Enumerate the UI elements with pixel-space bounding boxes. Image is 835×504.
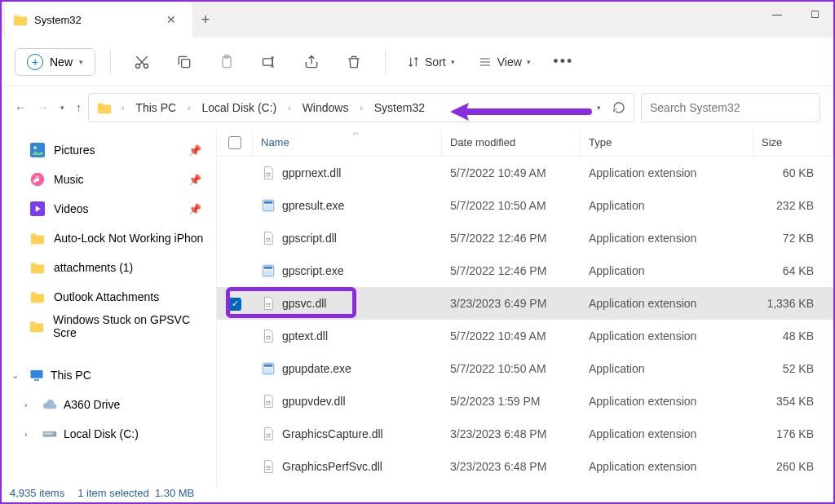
file-icon [261, 166, 276, 180]
sidebar-quick-item[interactable]: Music 📌 [2, 165, 216, 194]
plus-icon: + [27, 54, 43, 70]
table-row[interactable]: gpupvdev.dll 5/2/2023 1:59 PM Applicatio… [217, 385, 833, 418]
svg-point-0 [136, 64, 140, 68]
search-input[interactable]: Search System32 [641, 93, 820, 122]
sidebar-item-local-disk[interactable]: › Local Disk (C:) [2, 419, 216, 449]
file-name: gpsvc.dll [282, 297, 326, 310]
svg-rect-24 [264, 270, 273, 276]
delete-button[interactable] [338, 46, 370, 78]
chevron-down-icon: ▾ [79, 58, 83, 66]
file-name: GraphicsCapture.dll [282, 427, 383, 440]
svg-point-7 [33, 146, 37, 149]
minimize-button[interactable]: — [758, 2, 796, 28]
file-size: 176 KB [753, 427, 833, 440]
table-row[interactable]: gpresult.exe 5/7/2022 10:50 AM Applicati… [217, 189, 833, 222]
sidebar-item-label: Windows Stuck on GPSVC Scre [53, 313, 208, 339]
up-button[interactable]: ↑ [76, 101, 82, 114]
paste-button[interactable] [210, 46, 243, 78]
view-button[interactable]: View ▾ [471, 55, 537, 69]
maximize-button[interactable]: ☐ [796, 2, 833, 28]
copy-button[interactable] [168, 46, 201, 78]
table-row[interactable]: gpscript.dll 5/7/2022 12:46 PM Applicati… [217, 222, 833, 254]
titlebar: System32 ✕ + — ☐ ✕ [2, 2, 833, 38]
svg-point-28 [268, 336, 270, 338]
nav-row: ← → ▾ ↑ › This PC › Local Disk (C:) › Wi… [2, 86, 833, 129]
file-date: 5/7/2022 10:49 AM [442, 166, 581, 179]
file-date: 5/7/2022 10:50 AM [442, 199, 581, 212]
chevron-right-icon: › [24, 429, 36, 439]
file-type: Application [581, 199, 753, 212]
table-row[interactable]: gpprnext.dll 5/7/2022 10:49 AM Applicati… [217, 157, 833, 189]
file-icon [261, 394, 276, 409]
table-row[interactable]: gpscript.exe 5/7/2022 12:46 PM Applicati… [217, 254, 833, 287]
file-name: gpscript.exe [282, 264, 343, 277]
table-row[interactable]: ✓ gpsvc.dll 3/23/2023 6:49 PM Applicatio… [217, 287, 833, 320]
sidebar-item-label: Outlook Attachments [54, 290, 159, 303]
new-tab-button[interactable]: + [192, 11, 219, 29]
file-date: 3/23/2023 6:48 PM [442, 427, 581, 440]
svg-rect-13 [44, 433, 53, 435]
sidebar-quick-item[interactable]: attachments (1) [2, 253, 216, 282]
column-type[interactable]: Type [581, 129, 753, 156]
folder-icon [29, 259, 46, 276]
sort-button[interactable]: Sort ▾ [400, 55, 462, 69]
table-row[interactable]: GraphicsCapture.dll 3/23/2023 6:48 PM Ap… [217, 418, 833, 450]
breadcrumb[interactable]: Windows [301, 101, 351, 114]
svg-rect-6 [30, 143, 45, 157]
file-size: 1,336 KB [753, 297, 833, 310]
sidebar-quick-item[interactable]: Auto-Lock Not Working iPhon [2, 223, 216, 253]
breadcrumb[interactable]: This PC [134, 101, 178, 114]
forward-button[interactable]: → [38, 101, 49, 114]
sidebar-item-this-pc[interactable]: ⌄ This PC [2, 360, 216, 390]
breadcrumb[interactable]: System32 [373, 101, 426, 114]
sidebar-quick-item[interactable]: Pictures 📌 [2, 135, 216, 165]
file-list: Name︿ Date modified Type Size gpprnext.d… [217, 129, 833, 488]
sidebar-quick-item[interactable]: Videos 📌 [2, 194, 216, 223]
column-name[interactable]: Name︿ [253, 129, 442, 156]
file-icon [261, 198, 276, 213]
column-size[interactable]: Size [753, 129, 833, 156]
chevron-right-icon: › [183, 104, 195, 113]
file-name: gpupvdev.dll [282, 395, 346, 408]
more-button[interactable]: ••• [547, 46, 580, 78]
recent-button[interactable]: ▾ [60, 104, 64, 112]
sidebar-quick-item[interactable]: Outlook Attachments [2, 282, 216, 312]
cut-button[interactable] [126, 46, 158, 78]
file-icon [261, 231, 276, 245]
cloud-icon [42, 399, 57, 410]
folder-icon [29, 318, 45, 334]
sidebar-item-a360[interactable]: › A360 Drive [2, 390, 216, 419]
table-row[interactable]: gpupdate.exe 5/7/2022 10:50 AM Applicati… [217, 352, 833, 385]
sidebar-quick-item[interactable]: Windows Stuck on GPSVC Scre [2, 312, 216, 341]
row-checkbox[interactable]: ✓ [217, 296, 253, 311]
file-type: Application extension [581, 329, 753, 343]
drive-icon [42, 428, 57, 440]
file-type: Application [581, 264, 753, 277]
table-row[interactable]: GraphicsPerfSvc.dll 3/23/2023 6:48 PM Ap… [217, 450, 833, 483]
breadcrumb[interactable]: Local Disk (C:) [200, 101, 278, 114]
tab-close-button[interactable]: ✕ [161, 13, 181, 26]
column-date[interactable]: Date modified [442, 129, 581, 156]
refresh-button[interactable] [612, 101, 625, 114]
select-all-checkbox[interactable] [217, 129, 253, 156]
share-button[interactable] [295, 46, 328, 78]
sidebar-item-label: Music [54, 173, 84, 186]
status-selected: 1 item selected 1.30 MB [77, 487, 194, 499]
address-bar[interactable]: › This PC › Local Disk (C:) › Windows › … [88, 93, 634, 122]
file-date: 5/7/2022 12:46 PM [442, 264, 581, 277]
back-button[interactable]: ← [15, 101, 26, 114]
rename-button[interactable] [253, 46, 285, 78]
folder-icon [29, 289, 46, 305]
file-type: Application extension [581, 232, 753, 245]
chevron-down-icon[interactable]: ▾ [597, 104, 601, 112]
new-button[interactable]: + New ▾ [15, 48, 95, 76]
sidebar-item-label: Videos [54, 202, 89, 215]
svg-point-20 [266, 238, 267, 240]
file-date: 5/7/2022 12:46 PM [442, 232, 581, 245]
svg-rect-30 [264, 365, 273, 367]
music-icon [29, 171, 46, 188]
table-row[interactable]: gptext.dll 5/7/2022 10:49 AM Application… [217, 320, 833, 352]
window-tab[interactable]: System32 ✕ [5, 2, 192, 38]
status-items: 4,935 items [10, 487, 64, 499]
file-type: Application extension [581, 427, 753, 440]
